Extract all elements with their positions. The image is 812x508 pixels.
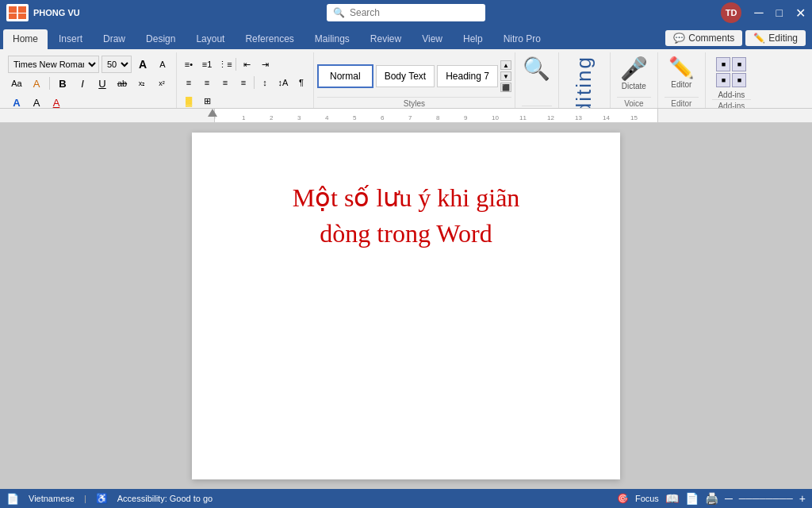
decrease-indent-button[interactable]: ⇤ bbox=[238, 56, 255, 73]
italic-button[interactable]: I bbox=[74, 75, 91, 92]
book-view-icon[interactable]: 📖 bbox=[665, 492, 679, 505]
maximize-icon[interactable]: □ bbox=[776, 6, 783, 19]
language-status[interactable]: Vietnamese bbox=[29, 494, 75, 503]
styles-group: Normal Body Text Heading 7 ▲ ▼ ⬛ Styles bbox=[314, 52, 515, 108]
styles-expand[interactable]: ⬛ bbox=[500, 83, 511, 92]
sort-button[interactable]: ↕A bbox=[274, 74, 292, 91]
style-heading7[interactable]: Heading 7 bbox=[437, 65, 498, 87]
font-name-select[interactable]: Times New Roman bbox=[8, 56, 99, 73]
pencil-icon: ✏️ bbox=[753, 33, 765, 44]
window-controls: TD ─ □ ✕ bbox=[721, 2, 806, 23]
status-bar: 📄 Vietnamese | ♿ Accessibility: Good to … bbox=[0, 489, 812, 508]
dictate-icon[interactable]: 🎤 bbox=[620, 56, 648, 82]
minimize-icon[interactable]: ─ bbox=[754, 6, 763, 20]
tab-review[interactable]: Review bbox=[361, 29, 411, 49]
tab-layout[interactable]: Layout bbox=[186, 29, 234, 49]
editor-group: ✏️ Editor Editor bbox=[658, 52, 706, 108]
editing-button[interactable]: ✏️ Editing bbox=[745, 30, 806, 46]
style-body-text[interactable]: Body Text bbox=[376, 65, 435, 87]
svg-rect-2 bbox=[18, 6, 26, 13]
align-left-button[interactable]: ≡ bbox=[180, 74, 197, 91]
tab-insert[interactable]: Insert bbox=[49, 29, 92, 49]
show-marks-button[interactable]: ¶ bbox=[293, 74, 310, 91]
tab-draw[interactable]: Draw bbox=[94, 29, 135, 49]
numbering-button[interactable]: ≡1 bbox=[198, 56, 216, 73]
multilevel-list-button[interactable]: ⋮≡ bbox=[216, 56, 234, 73]
ribbon-tabs: Home Insert Draw Design Layout Reference… bbox=[0, 25, 812, 49]
accessibility-icon: ♿ bbox=[96, 493, 108, 504]
underline-button[interactable]: U bbox=[94, 75, 111, 92]
styles-scroll-up[interactable]: ▲ bbox=[500, 60, 511, 70]
addins-group-label: Add-ins bbox=[712, 99, 751, 109]
ribbon: Times New Roman 50 A A Aa A B I U ab x₂ … bbox=[0, 49, 812, 109]
text-highlight-button[interactable]: A bbox=[28, 94, 45, 109]
accessibility-status[interactable]: Accessibility: Good to go bbox=[117, 494, 213, 503]
addins-group: ■ ■ ■ ■ Add-ins Add-ins bbox=[706, 52, 757, 108]
text-effect-button[interactable]: A bbox=[8, 94, 25, 109]
search-box[interactable]: 🔍 bbox=[327, 4, 485, 21]
addin-cell-1[interactable]: ■ bbox=[716, 57, 730, 71]
document-area: Một số lưu ý khi giãn dòng trong Word bbox=[0, 123, 812, 489]
zoom-bar[interactable]: ──────── bbox=[739, 493, 793, 504]
tab-home[interactable]: Home bbox=[3, 29, 48, 49]
styles-scroll-down[interactable]: ▼ bbox=[500, 71, 511, 81]
search-icon: 🔍 bbox=[333, 7, 345, 18]
editor-group-label: Editor bbox=[665, 97, 699, 108]
tab-nitro[interactable]: Nitro Pro bbox=[494, 29, 550, 49]
bullets-button[interactable]: ≡• bbox=[180, 56, 197, 73]
strikethrough-button[interactable]: ab bbox=[113, 75, 131, 92]
tab-help[interactable]: Help bbox=[454, 29, 492, 49]
ruler-content: · 1 2 3 4 5 6 7 8 9 10 11 12 13 14 15 bbox=[214, 109, 658, 122]
style-normal[interactable]: Normal bbox=[317, 64, 373, 88]
tab-design[interactable]: Design bbox=[136, 29, 185, 49]
tab-view[interactable]: View bbox=[412, 29, 452, 49]
svg-rect-1 bbox=[9, 6, 17, 13]
align-right-button[interactable]: ≡ bbox=[216, 74, 234, 91]
font-size-select[interactable]: 50 bbox=[102, 56, 132, 73]
align-center-button[interactable]: ≡ bbox=[198, 74, 216, 91]
shrink-font-button[interactable]: A bbox=[154, 56, 171, 73]
find-group: 🔍 bbox=[515, 52, 559, 108]
read-view-icon[interactable]: 📄 bbox=[685, 492, 699, 505]
editing-vertical-label[interactable]: Editing bbox=[572, 56, 596, 109]
line-spacing-button[interactable]: ↕ bbox=[256, 74, 274, 91]
change-case-button[interactable]: Aa bbox=[8, 75, 25, 92]
search-big-icon[interactable]: 🔍 bbox=[523, 56, 550, 82]
zoom-in-icon[interactable]: + bbox=[799, 492, 806, 505]
bold-button[interactable]: B bbox=[54, 75, 71, 92]
justify-button[interactable]: ≡ bbox=[235, 74, 252, 91]
subscript-button[interactable]: x₂ bbox=[133, 75, 151, 92]
tab-references[interactable]: References bbox=[236, 29, 303, 49]
ruler: · 1 2 3 4 5 6 7 8 9 10 11 12 13 14 15 bbox=[0, 109, 812, 123]
zoom-out-icon[interactable]: ─ bbox=[725, 492, 733, 505]
superscript-button[interactable]: x² bbox=[153, 75, 170, 92]
company-name: PHONG VU bbox=[33, 8, 80, 17]
addin-cell-3[interactable]: ■ bbox=[716, 73, 730, 87]
comments-button[interactable]: 💬 Comments bbox=[665, 30, 742, 46]
borders-button[interactable]: ⊞ bbox=[198, 92, 216, 109]
grow-font-button[interactable]: A bbox=[134, 56, 151, 73]
focus-status[interactable]: Focus bbox=[635, 494, 659, 503]
tab-mailings[interactable]: Mailings bbox=[305, 29, 359, 49]
editor-icon[interactable]: ✏️ bbox=[668, 56, 694, 80]
addin-cell-2[interactable]: ■ bbox=[732, 57, 746, 71]
search-input[interactable] bbox=[350, 7, 469, 18]
styles-group-label: Styles bbox=[317, 97, 511, 108]
paragraph-group: ≡• ≡1 ⋮≡ ⇤ ⇥ ≡ ≡ ≡ ≡ ↕ ↕A ¶ ▓ ⊞ Paragrap… bbox=[177, 52, 314, 108]
close-icon[interactable]: ✕ bbox=[795, 6, 806, 21]
font-color-button[interactable]: A bbox=[48, 94, 65, 109]
logo-area: PHONG VU bbox=[6, 4, 80, 21]
dictate-label: Dictate bbox=[622, 82, 646, 90]
shading-button[interactable]: ▓ bbox=[180, 92, 197, 109]
statusbar-right: 🎯 Focus 📖 📄 🖨️ ─ ──────── + bbox=[617, 492, 806, 505]
addin-cell-4[interactable]: ■ bbox=[732, 73, 746, 87]
clear-format-button[interactable]: A bbox=[28, 75, 45, 92]
document-page[interactable]: Một số lưu ý khi giãn dòng trong Word bbox=[192, 133, 620, 479]
svg-rect-4 bbox=[18, 13, 26, 19]
voice-group: 🎤 Dictate Voice bbox=[611, 52, 658, 108]
user-avatar[interactable]: TD bbox=[721, 2, 741, 23]
svg-rect-3 bbox=[9, 13, 17, 19]
increase-indent-button[interactable]: ⇥ bbox=[256, 56, 274, 73]
print-view-icon[interactable]: 🖨️ bbox=[705, 492, 718, 505]
logo-box bbox=[6, 4, 29, 21]
